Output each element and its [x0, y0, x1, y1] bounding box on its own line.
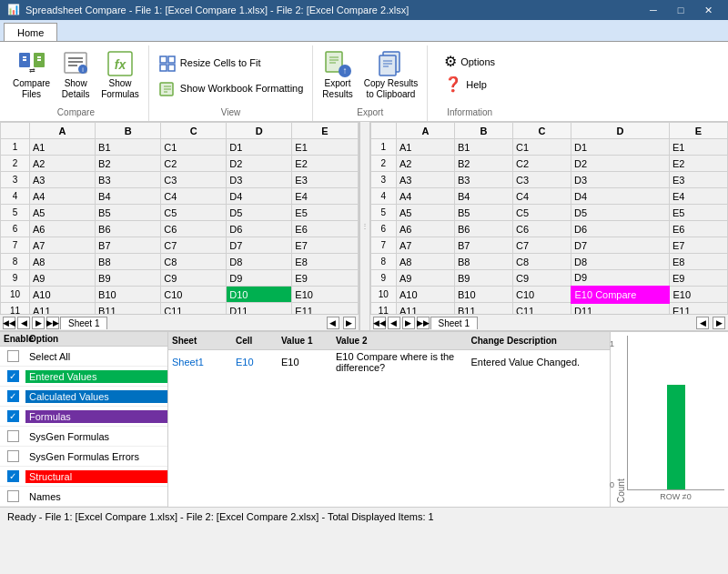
- left-cell-6-3[interactable]: C6: [161, 221, 227, 237]
- minimize-button[interactable]: ─: [641, 2, 666, 18]
- checkbox-6[interactable]: [7, 470, 19, 482]
- right-cell-11-5[interactable]: E11: [669, 303, 727, 315]
- right-cell-1-5[interactable]: E1: [669, 139, 727, 156]
- left-cell-7-3[interactable]: C7: [161, 237, 227, 254]
- right-cell-7-3[interactable]: C7: [512, 237, 571, 254]
- left-cell-5-2[interactable]: B5: [96, 205, 161, 221]
- right-cell-2-2[interactable]: B2: [454, 156, 512, 172]
- right-sheet-prev[interactable]: ◀◀: [373, 317, 386, 329]
- left-cell-6-5[interactable]: E6: [292, 221, 358, 237]
- right-cell-4-3[interactable]: C4: [512, 188, 571, 205]
- left-cell-1-3[interactable]: C1: [161, 139, 227, 156]
- right-cell-11-2[interactable]: B11: [454, 303, 512, 315]
- resize-cells-button[interactable]: Resize Cells to Fit: [155, 53, 308, 75]
- right-scroll-right[interactable]: ▶: [713, 317, 725, 329]
- left-cell-5-4[interactable]: D5: [227, 205, 292, 221]
- right-cell-6-2[interactable]: B6: [454, 221, 512, 237]
- left-cell-10-3[interactable]: C10: [161, 287, 227, 303]
- right-cell-4-2[interactable]: B4: [454, 188, 512, 205]
- checkbox-3[interactable]: [7, 410, 19, 422]
- copy-results-button[interactable]: Copy Resultsto Clipboard: [360, 47, 421, 102]
- checkbox-2[interactable]: [7, 390, 19, 402]
- right-cell-4-5[interactable]: E4: [669, 188, 727, 205]
- right-cell-9-3[interactable]: C9: [512, 270, 571, 287]
- right-cell-7-5[interactable]: E7: [669, 237, 727, 254]
- right-cell-6-5[interactable]: E6: [669, 221, 727, 237]
- right-cell-10-2[interactable]: B10: [454, 287, 512, 303]
- option-checkbox-2[interactable]: [0, 390, 25, 402]
- left-cell-1-2[interactable]: B1: [96, 139, 161, 156]
- left-cell-8-1[interactable]: A8: [30, 254, 96, 270]
- left-cell-5-1[interactable]: A5: [30, 205, 96, 221]
- right-cell-6-1[interactable]: A6: [396, 221, 454, 237]
- right-cell-5-4[interactable]: D5: [571, 205, 670, 221]
- right-cell-11-1[interactable]: A11: [396, 303, 454, 315]
- right-cell-8-5[interactable]: E8: [669, 254, 727, 270]
- option-checkbox-6[interactable]: [0, 470, 25, 482]
- left-cell-4-2[interactable]: B4: [96, 188, 161, 205]
- left-cell-11-2[interactable]: B11: [96, 303, 161, 315]
- right-cell-9-4[interactable]: D9: [571, 270, 670, 287]
- option-checkbox-4[interactable]: [0, 430, 25, 442]
- checkbox-0[interactable]: [7, 350, 19, 362]
- right-cell-9-2[interactable]: B9: [454, 270, 512, 287]
- right-cell-1-2[interactable]: B1: [454, 139, 512, 156]
- left-grid-scroll[interactable]: A B C D E 1A1B1C1D1E12A2B2C2D2E23A3B3C3D…: [0, 122, 359, 314]
- left-cell-8-5[interactable]: E8: [292, 254, 358, 270]
- right-cell-10-1[interactable]: A10: [396, 287, 454, 303]
- left-cell-3-4[interactable]: D3: [227, 172, 292, 188]
- right-cell-5-1[interactable]: A5: [396, 205, 454, 221]
- left-cell-2-1[interactable]: A2: [30, 156, 96, 172]
- left-cell-11-1[interactable]: A11: [30, 303, 96, 315]
- tab-home[interactable]: Home: [4, 23, 57, 41]
- left-cell-7-4[interactable]: D7: [227, 237, 292, 254]
- right-cell-2-5[interactable]: E2: [669, 156, 727, 172]
- right-cell-8-1[interactable]: A8: [396, 254, 454, 270]
- right-grid-scroll[interactable]: A B C D E 1A1B1C1D1E12A2B2C2D2E23A3B3C3D…: [370, 122, 729, 314]
- right-cell-2-4[interactable]: D2: [571, 156, 670, 172]
- left-cell-2-3[interactable]: C2: [161, 156, 227, 172]
- left-cell-11-4[interactable]: D11: [227, 303, 292, 315]
- left-cell-9-3[interactable]: C9: [161, 270, 227, 287]
- show-formulas-button[interactable]: fx ShowFormulas: [97, 47, 143, 102]
- right-cell-5-3[interactable]: C5: [512, 205, 571, 221]
- left-cell-4-3[interactable]: C4: [161, 188, 227, 205]
- show-details-button[interactable]: i ShowDetails: [57, 47, 94, 102]
- checkbox-7[interactable]: [7, 490, 19, 502]
- left-cell-3-1[interactable]: A3: [30, 172, 96, 188]
- right-cell-9-1[interactable]: A9: [396, 270, 454, 287]
- left-cell-9-5[interactable]: E9: [292, 270, 358, 287]
- export-results-button[interactable]: ↑ ExportResults: [318, 47, 356, 102]
- left-cell-7-5[interactable]: E7: [292, 237, 358, 254]
- right-cell-10-3[interactable]: C10: [512, 287, 571, 303]
- compare-files-button[interactable]: ⇄ CompareFiles: [9, 47, 54, 102]
- left-sheet1-tab[interactable]: Sheet 1: [60, 317, 107, 329]
- left-cell-8-4[interactable]: D8: [227, 254, 292, 270]
- left-cell-3-2[interactable]: B3: [96, 172, 161, 188]
- left-cell-2-5[interactable]: E2: [292, 156, 358, 172]
- left-cell-1-1[interactable]: A1: [30, 139, 96, 156]
- left-cell-4-4[interactable]: D4: [227, 188, 292, 205]
- result-row-0[interactable]: Sheet1E10E10E10 Compare where is the dif…: [168, 350, 610, 368]
- right-cell-11-4[interactable]: D11: [571, 303, 670, 315]
- right-cell-3-3[interactable]: C3: [512, 172, 571, 188]
- left-cell-10-4[interactable]: D10: [227, 287, 292, 303]
- right-cell-3-4[interactable]: D3: [571, 172, 670, 188]
- right-cell-1-3[interactable]: C1: [512, 139, 571, 156]
- right-sheet1-tab[interactable]: Sheet 1: [430, 317, 478, 329]
- left-cell-5-5[interactable]: E5: [292, 205, 358, 221]
- left-sheet-prev[interactable]: ◀◀: [3, 317, 15, 329]
- left-cell-9-4[interactable]: D9: [227, 270, 292, 287]
- right-cell-8-2[interactable]: B8: [454, 254, 512, 270]
- right-cell-10-5[interactable]: E10: [669, 287, 727, 303]
- maximize-button[interactable]: □: [668, 2, 693, 18]
- right-cell-5-2[interactable]: B5: [454, 205, 512, 221]
- right-cell-2-1[interactable]: A2: [396, 156, 454, 172]
- left-cell-2-2[interactable]: B2: [96, 156, 161, 172]
- left-cell-5-3[interactable]: C5: [161, 205, 227, 221]
- left-cell-8-2[interactable]: B8: [96, 254, 161, 270]
- right-cell-4-4[interactable]: D4: [571, 188, 670, 205]
- right-cell-1-4[interactable]: D1: [571, 139, 670, 156]
- right-cell-10-4[interactable]: E10 Compare: [571, 287, 670, 303]
- right-cell-11-3[interactable]: C11: [512, 303, 571, 315]
